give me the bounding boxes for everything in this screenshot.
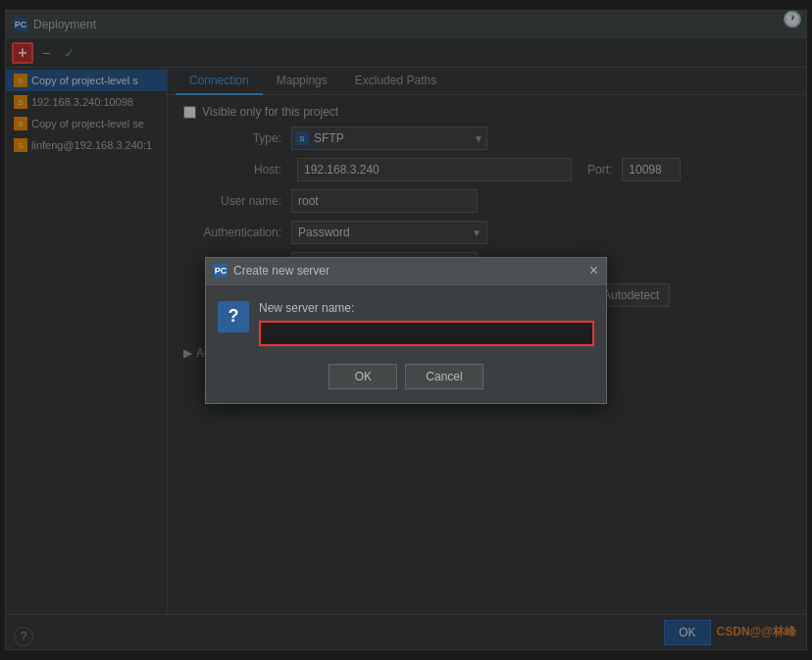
create-server-dialog: PC Create new server × ? New server name… (205, 257, 607, 404)
server-name-label: New server name: (259, 301, 594, 315)
inner-ok-button[interactable]: OK (329, 364, 397, 389)
inner-dialog-pycharm-icon: PC (214, 264, 228, 278)
inner-cancel-button[interactable]: Cancel (405, 364, 482, 389)
inner-dialog-overlay: PC Create new server × ? New server name… (0, 0, 812, 660)
inner-dialog-body: ? New server name: (206, 285, 606, 354)
inner-dialog-form: New server name: (259, 301, 594, 346)
inner-dialog-close-button[interactable]: × (589, 263, 598, 279)
inner-dialog-title: Create new server (233, 264, 589, 278)
inner-dialog-titlebar: PC Create new server × (206, 258, 606, 285)
inner-dialog-help-icon: ? (218, 301, 249, 332)
server-name-input[interactable] (259, 321, 594, 346)
inner-dialog-buttons: OK Cancel (206, 354, 606, 403)
